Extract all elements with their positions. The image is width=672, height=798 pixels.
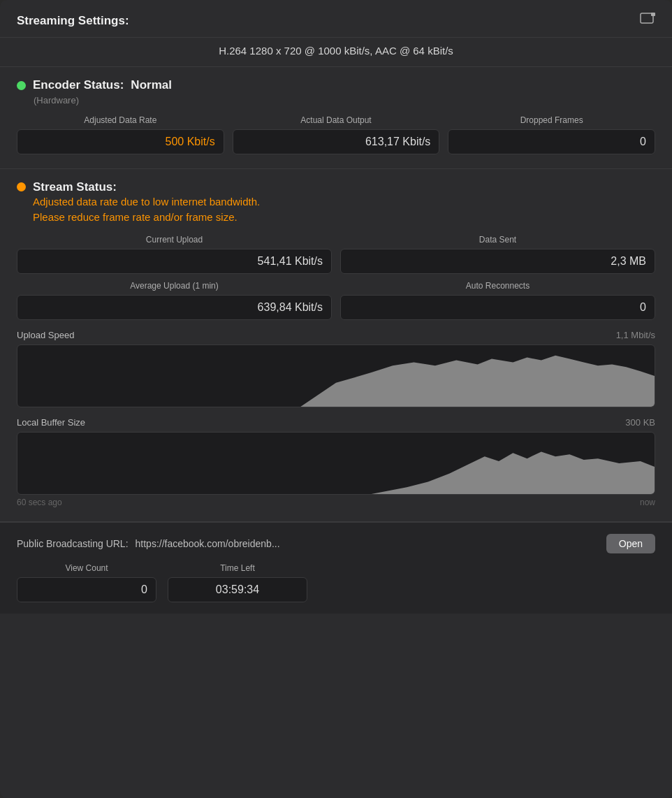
buffer-chart-label: Local Buffer Size [17, 417, 85, 428]
hardware-label: (Hardware) [34, 95, 655, 106]
chart-footer-right: now [640, 498, 655, 507]
svg-marker-2 [17, 355, 655, 406]
current-upload-block: Current Upload 541,41 Kbit/s [17, 235, 332, 274]
header: Streaming Settings: [0, 0, 672, 38]
buffer-chart-section: Local Buffer Size 300 KB 60 secs ago now [17, 417, 655, 507]
upload-speed-chart-section: Upload Speed 1,1 Mbit/s [17, 330, 655, 407]
data-sent-value: 2,3 MB [340, 249, 655, 274]
encoder-stats-grid: Adjusted Data Rate 500 Kbit/s Actual Dat… [17, 115, 655, 154]
stream-section: Stream Status: Adjusted data rate due to… [0, 169, 672, 522]
actual-data-output-label: Actual Data Output [300, 115, 371, 125]
chart-footer-left: 60 secs ago [17, 498, 62, 507]
average-upload-value: 639,84 Kbit/s [17, 295, 332, 320]
average-upload-label: Average Upload (1 min) [130, 281, 219, 291]
encoder-header: Encoder Status: Normal [17, 78, 655, 92]
auto-reconnects-label: Auto Reconnects [466, 281, 529, 291]
current-upload-value: 541,41 Kbit/s [17, 249, 332, 274]
chart-footer: 60 secs ago now [17, 498, 655, 507]
streaming-info: H.264 1280 x 720 @ 1000 kBit/s, AAC @ 64… [0, 38, 672, 67]
encoder-status-value: Normal [131, 78, 172, 92]
time-left-block: Time Left 03:59:34 [168, 563, 307, 602]
stream-stats-row2: Average Upload (1 min) 639,84 Kbit/s Aut… [17, 281, 655, 320]
adjusted-data-rate-label: Adjusted Data Rate [84, 115, 156, 125]
actual-data-output-block: Actual Data Output 613,17 Kbit/s [233, 115, 440, 154]
stream-status-dot [17, 182, 26, 191]
encoder-label: Encoder Status: [33, 78, 124, 92]
upload-chart-container [17, 344, 655, 407]
url-row: Public Broadcasting URL: https://faceboo… [17, 534, 655, 553]
time-left-label: Time Left [220, 563, 255, 573]
bottom-stats: View Count 0 Time Left 03:59:34 [17, 563, 655, 602]
buffer-chart-max: 300 KB [625, 417, 655, 428]
stream-warning: Adjusted data rate due to low internet b… [33, 194, 260, 225]
average-upload-block: Average Upload (1 min) 639,84 Kbit/s [17, 281, 332, 320]
view-count-value: 0 [17, 577, 156, 602]
url-label: Public Broadcasting URL: [17, 538, 129, 549]
url-value: https://facebook.com/obreidenb... [136, 538, 599, 549]
adjusted-data-rate-value: 500 Kbit/s [17, 129, 224, 154]
adjusted-data-rate-block: Adjusted Data Rate 500 Kbit/s [17, 115, 224, 154]
time-left-value: 03:59:34 [168, 577, 307, 602]
dropped-frames-label: Dropped Frames [520, 115, 583, 125]
bottom-section: Public Broadcasting URL: https://faceboo… [0, 522, 672, 614]
dropped-frames-value: 0 [448, 129, 655, 154]
stream-status-content: Stream Status: Adjusted data rate due to… [33, 180, 260, 225]
upload-chart-label: Upload Speed [17, 330, 74, 340]
stream-label: Stream Status: [33, 180, 117, 194]
encoder-status-dot [17, 81, 26, 90]
view-count-block: View Count 0 [17, 563, 156, 602]
upload-chart-header: Upload Speed 1,1 Mbit/s [17, 330, 655, 340]
auto-reconnects-block: Auto Reconnects 0 [340, 281, 655, 320]
dropped-frames-block: Dropped Frames 0 [448, 115, 655, 154]
current-upload-label: Current Upload [146, 235, 203, 245]
window-icon[interactable] [640, 13, 655, 29]
buffer-chart-container [17, 432, 655, 495]
app-window: Streaming Settings: H.264 1280 x 720 @ 1… [0, 0, 672, 798]
svg-rect-1 [651, 13, 655, 16]
view-count-label: View Count [65, 563, 108, 573]
actual-data-output-value: 613,17 Kbit/s [233, 129, 440, 154]
svg-marker-3 [17, 451, 655, 494]
open-button[interactable]: Open [606, 534, 655, 553]
stream-stats-row1: Current Upload 541,41 Kbit/s Data Sent 2… [17, 235, 655, 274]
stream-status-row: Stream Status: Adjusted data rate due to… [17, 180, 655, 225]
data-sent-block: Data Sent 2,3 MB [340, 235, 655, 274]
data-sent-label: Data Sent [479, 235, 516, 245]
streaming-settings-title: Streaming Settings: [17, 14, 129, 28]
auto-reconnects-value: 0 [340, 295, 655, 320]
encoder-section: Encoder Status: Normal (Hardware) Adjust… [0, 67, 672, 169]
upload-chart-max: 1,1 Mbit/s [616, 330, 655, 340]
buffer-chart-header: Local Buffer Size 300 KB [17, 417, 655, 428]
